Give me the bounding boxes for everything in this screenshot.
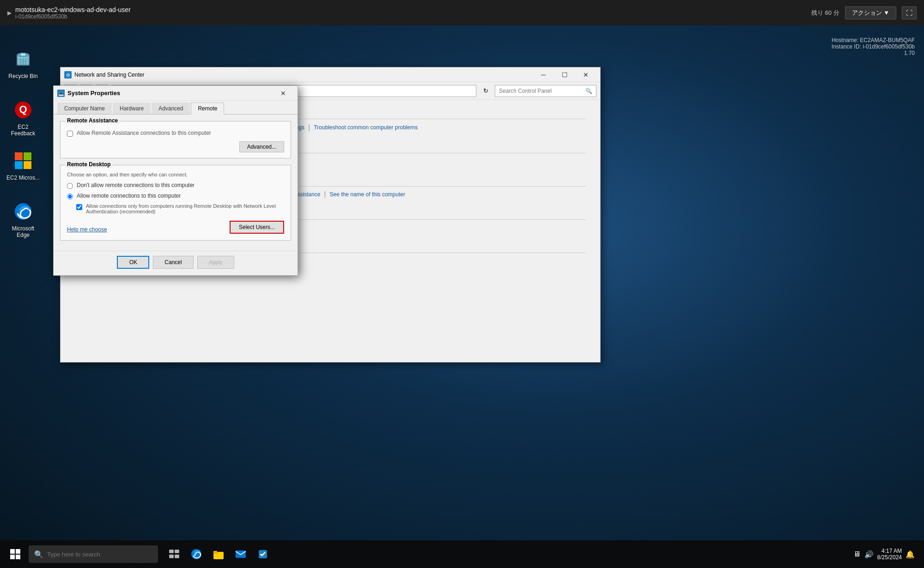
- svg-rect-8: [15, 161, 23, 169]
- taskbar-search-bar[interactable]: 🔍: [29, 545, 158, 563]
- tray-time: 4:17 AM 8/25/2024: [877, 548, 902, 561]
- search-icon: 🔍: [585, 88, 592, 94]
- advanced-btn[interactable]: Advanced...: [239, 141, 284, 152]
- refresh-btn[interactable]: ↻: [479, 85, 492, 97]
- recycle-bin-label: Recycle Bin: [8, 73, 37, 79]
- explorer-taskbar-icon[interactable]: [208, 543, 229, 566]
- clock-time: 4:17 AM: [877, 548, 902, 554]
- search-control-panel[interactable]: 🔍: [495, 85, 596, 97]
- taskbar: 🔍: [0, 540, 924, 568]
- notification-icon[interactable]: 🔔: [906, 550, 915, 559]
- instance-id: i-01d9cef6005df530b: [15, 13, 131, 20]
- svg-text:Q: Q: [19, 103, 27, 115]
- action-button[interactable]: アクション ▼: [845, 6, 896, 19]
- edge-taskbar-icon[interactable]: [186, 543, 207, 566]
- troubleshoot-link[interactable]: Troubleshoot common computer problems: [314, 124, 418, 131]
- dont-allow-radio[interactable]: [67, 183, 73, 189]
- cp-window-icon: ⚙: [64, 71, 72, 79]
- tab-computer-name[interactable]: Computer Name: [57, 103, 112, 114]
- search-icon-taskbar: 🔍: [34, 550, 43, 559]
- nla-checkbox[interactable]: [76, 204, 82, 210]
- desktop-icon-recycle-bin[interactable]: Recycle Bin: [5, 46, 42, 81]
- tab-advanced[interactable]: Advanced: [152, 103, 190, 114]
- svg-rect-18: [175, 555, 179, 558]
- tabs-container: Computer Name Hardware Advanced Remote: [54, 101, 298, 115]
- svg-text:💻: 💻: [58, 91, 64, 97]
- network-tray-icon: 🖥: [853, 550, 861, 558]
- dialog-titlebar: 💻 System Properties ✕: [54, 86, 298, 101]
- edge-icon: [12, 200, 34, 223]
- apply-btn[interactable]: Apply: [197, 256, 234, 269]
- desktop-icon-ec2-feedback[interactable]: Q EC2 Feedback: [5, 97, 42, 139]
- nla-row: Allow connections only from computers ru…: [76, 203, 284, 214]
- allow-row: Allow remote connections to this compute…: [67, 193, 284, 199]
- mail-taskbar-icon[interactable]: [230, 543, 251, 566]
- svg-rect-3: [21, 54, 25, 55]
- tab-hardware[interactable]: Hardware: [113, 103, 151, 114]
- taskbar-tray: 🖥 🔊 4:17 AM 8/25/2024 🔔: [848, 548, 920, 561]
- svg-rect-7: [24, 152, 31, 160]
- cancel-btn[interactable]: Cancel: [153, 256, 193, 269]
- top-bar-info: mototsuka-ec2-windows-ad-dev-ad-user i-0…: [15, 6, 131, 20]
- instance-id-label: Instance ID: i-01d9cef6005df530b: [832, 43, 915, 50]
- sep6: |: [324, 190, 326, 199]
- cp-titlebar: ⚙ Network and Sharing Center ─ ☐ ✕: [61, 67, 600, 82]
- cp-window-controls: ─ ☐ ✕: [533, 67, 596, 82]
- ec2-micros-label: EC2 Micros...: [6, 175, 40, 181]
- top-bar-right: 残り 60 分 アクション ▼ ⛶: [811, 6, 917, 19]
- remote-assistance-group: Remote Assistance Allow Remote Assistanc…: [60, 121, 291, 158]
- ec2-feedback-label: EC2 Feedback: [6, 124, 40, 137]
- remote-assistance-row: Allow Remote Assistance connections to t…: [67, 130, 284, 137]
- volume-tray-icon: 🔊: [864, 550, 874, 559]
- svg-rect-6: [15, 152, 23, 160]
- cp-close-btn[interactable]: ✕: [575, 67, 596, 82]
- remote-desktop-group: Remote Desktop Choose an option, and the…: [60, 165, 291, 241]
- top-bar-left: ▶ mototsuka-ec2-windows-ad-dev-ad-user i…: [7, 6, 131, 20]
- top-bar: ▶ mototsuka-ec2-windows-ad-dev-ad-user i…: [0, 0, 924, 25]
- dialog-controls: ✕: [273, 86, 294, 101]
- remote-desktop-title: Remote Desktop: [65, 161, 113, 168]
- dialog-icon: 💻: [57, 90, 65, 97]
- remote-desktop-desc: Choose an option, and then specify who c…: [67, 172, 284, 177]
- start-icon: [10, 549, 20, 559]
- taskview-icon[interactable]: [164, 543, 185, 566]
- remote-assistance-label: Allow Remote Assistance connections to t…: [77, 130, 211, 136]
- taskbar-search-input[interactable]: [47, 551, 152, 558]
- svg-text:⚙: ⚙: [66, 73, 70, 78]
- cp-maximize-btn[interactable]: ☐: [554, 67, 575, 82]
- remote-assistance-checkbox[interactable]: [67, 131, 73, 137]
- desktop-icon-ec2-micros[interactable]: EC2 Micros...: [5, 148, 42, 183]
- dont-allow-row: Don't allow remote connections to this c…: [67, 182, 284, 189]
- desktop-icon-edge[interactable]: Microsoft Edge: [5, 199, 42, 240]
- dont-allow-label: Don't allow remote connections to this c…: [77, 182, 195, 188]
- svg-rect-15: [169, 550, 174, 553]
- sep2: |: [308, 123, 310, 132]
- dialog-close-btn[interactable]: ✕: [273, 86, 294, 101]
- tab-remote[interactable]: Remote: [191, 103, 224, 115]
- ec2-micros-icon: [12, 150, 34, 172]
- svg-rect-9: [24, 161, 31, 169]
- expand-button[interactable]: ⛶: [902, 6, 917, 19]
- pinned-icon-5[interactable]: [252, 543, 274, 566]
- cp-minimize-btn[interactable]: ─: [533, 67, 554, 82]
- select-users-btn[interactable]: Select Users...: [230, 221, 284, 234]
- taskbar-icons: [164, 543, 274, 566]
- system-properties-dialog: 💻 System Properties ✕ Computer Name Hard…: [53, 85, 298, 276]
- ec2-feedback-icon: Q: [12, 99, 34, 121]
- version-label: 1.70: [832, 50, 915, 56]
- dialog-title: System Properties: [67, 90, 270, 97]
- svg-rect-22: [213, 551, 217, 553]
- cp-window-title: Network and Sharing Center: [74, 72, 530, 78]
- allow-radio[interactable]: [67, 193, 73, 199]
- allow-label: Allow remote connections to this compute…: [77, 193, 181, 199]
- help-me-choose-link[interactable]: Help me choose: [67, 226, 107, 233]
- start-button[interactable]: [4, 543, 27, 566]
- arrow-icon: ▶: [7, 10, 12, 16]
- computer-name-link[interactable]: See the name of this computer: [330, 191, 405, 198]
- recycle-bin-icon: [12, 48, 34, 70]
- search-input[interactable]: [499, 88, 583, 94]
- nla-label: Allow connections only from computers ru…: [86, 203, 284, 214]
- time-remaining: 残り 60 分: [811, 9, 839, 17]
- ok-btn[interactable]: OK: [117, 256, 149, 269]
- remote-assistance-title: Remote Assistance: [65, 117, 120, 124]
